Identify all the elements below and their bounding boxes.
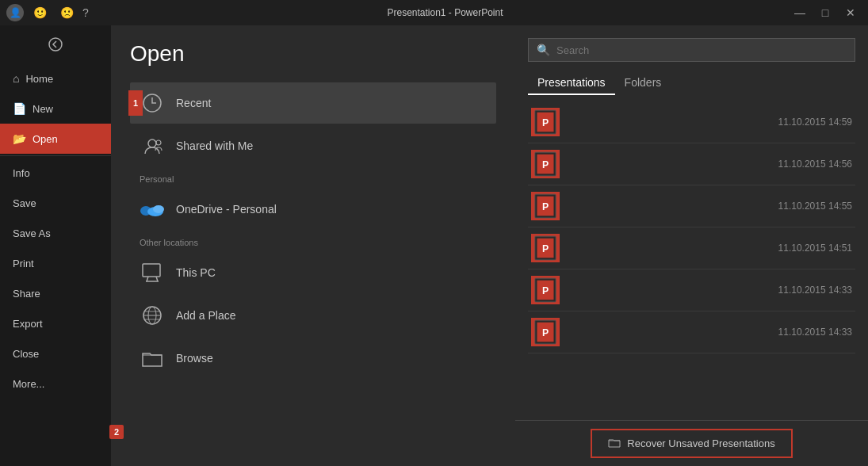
file-list: P 11.10.2015 14:59 P <box>515 101 868 420</box>
file-date: 11.10.2015 14:59 <box>778 116 852 128</box>
svg-line-8 <box>147 277 148 281</box>
badge-1: 1 <box>128 90 143 116</box>
recover-button[interactable]: Recover Unsaved Presentations <box>591 429 792 458</box>
sidebar-item-export[interactable]: Export <box>0 308 111 338</box>
file-icon: P <box>531 276 560 304</box>
recover-icon <box>608 437 621 450</box>
main-layout: ⌂ Home 📄 New 📂 Open Info Save Save As Pr… <box>0 25 868 466</box>
search-bar: 🔍 <box>528 38 855 62</box>
addplace-icon <box>140 303 165 328</box>
file-date: 11.10.2015 14:56 <box>778 159 852 170</box>
right-panel: 🔍 Presentations Folders <box>515 25 868 466</box>
location-browse[interactable]: Browse <box>130 338 496 379</box>
feedback-button[interactable]: 🙁 <box>55 4 78 21</box>
file-icon: P <box>531 318 560 346</box>
section-other: Other locations <box>130 231 496 250</box>
svg-line-9 <box>156 277 158 281</box>
file-icon: P <box>531 192 560 220</box>
help-button[interactable]: ? <box>82 6 89 19</box>
browse-icon <box>140 346 165 371</box>
svg-text:P: P <box>542 159 549 170</box>
file-icon: P <box>531 234 560 262</box>
sidebar-item-home[interactable]: ⌂ Home <box>0 63 111 94</box>
sidebar-item-close[interactable]: Close <box>0 338 111 369</box>
back-button[interactable] <box>0 25 111 63</box>
tab-folders[interactable]: Folders <box>615 71 671 95</box>
file-item[interactable]: P 11.10.2015 14:56 <box>528 143 855 185</box>
location-shared[interactable]: Shared with Me <box>130 125 496 166</box>
file-item[interactable]: P 11.10.2015 14:51 <box>528 227 855 269</box>
section-personal: Personal <box>130 168 496 187</box>
file-item[interactable]: P 11.10.2015 14:59 <box>528 101 855 143</box>
location-thispc[interactable]: This PC <box>130 252 496 293</box>
sidebar-item-new[interactable]: 📄 New <box>0 94 111 124</box>
file-icon: P <box>531 150 560 178</box>
content-area: Open Recent 1 <box>111 25 868 466</box>
svg-point-2 <box>148 139 156 147</box>
recent-icon <box>140 90 165 116</box>
location-recent[interactable]: Recent 1 <box>130 82 496 124</box>
file-item[interactable]: P 11.10.2015 14:33 <box>528 269 855 311</box>
minimize-button[interactable]: — <box>789 4 811 21</box>
file-date: 11.10.2015 14:55 <box>778 201 852 212</box>
search-input[interactable] <box>556 44 847 56</box>
svg-text:P: P <box>542 243 549 254</box>
search-icon: 🔍 <box>537 44 550 56</box>
location-addplace[interactable]: Add a Place <box>130 295 496 336</box>
svg-point-6 <box>153 205 164 213</box>
svg-text:P: P <box>542 201 549 212</box>
sidebar-item-open[interactable]: 📂 Open <box>0 124 111 154</box>
user-avatar[interactable]: 👤 <box>6 4 24 21</box>
page-title: Open <box>130 41 496 67</box>
window-title: Presentation1 - PowerPoint <box>101 7 789 18</box>
sidebar-item-save[interactable]: Save <box>0 188 111 218</box>
shared-icon <box>140 133 165 159</box>
file-item[interactable]: P 11.10.2015 14:55 <box>528 185 855 227</box>
sidebar-item-saveas[interactable]: Save As <box>0 218 111 248</box>
svg-point-3 <box>156 140 161 145</box>
sidebar: ⌂ Home 📄 New 📂 Open Info Save Save As Pr… <box>0 25 111 466</box>
sidebar-item-print[interactable]: Print <box>0 248 111 278</box>
thispc-icon <box>140 260 165 285</box>
sidebar-item-share[interactable]: Share <box>0 278 111 308</box>
open-panel: Open Recent 1 <box>111 25 868 466</box>
new-icon: 📄 <box>13 102 26 115</box>
close-button[interactable]: ✕ <box>839 4 862 21</box>
svg-text:P: P <box>542 117 549 128</box>
left-panel: Open Recent 1 <box>111 25 515 466</box>
onedrive-icon <box>140 197 165 222</box>
location-list: Recent 1 Shared wi <box>130 82 496 379</box>
svg-rect-7 <box>143 264 160 277</box>
svg-point-0 <box>49 38 62 51</box>
svg-text:P: P <box>542 285 549 296</box>
sidebar-item-more[interactable]: More... <box>0 369 111 399</box>
file-item[interactable]: P 11.10.2015 14:33 <box>528 311 855 353</box>
file-date: 11.10.2015 14:33 <box>778 285 852 296</box>
file-icon: P <box>531 108 560 136</box>
svg-text:P: P <box>542 327 549 338</box>
sidebar-item-info[interactable]: Info <box>0 158 111 188</box>
location-onedrive[interactable]: OneDrive - Personal <box>130 189 496 230</box>
file-date: 11.10.2015 14:33 <box>778 327 852 338</box>
tabs: Presentations Folders <box>515 71 868 95</box>
title-bar: 👤 🙂 🙁 ? Presentation1 - PowerPoint — □ ✕ <box>0 0 868 25</box>
home-icon: ⌂ <box>13 72 19 85</box>
maximize-button[interactable]: □ <box>814 4 836 21</box>
recover-bar: Recover Unsaved Presentations <box>515 420 868 466</box>
badge-2: 2 <box>111 425 124 439</box>
sidebar-divider <box>0 155 111 156</box>
open-icon: 📂 <box>13 132 26 145</box>
emoji-button[interactable]: 🙂 <box>29 4 51 21</box>
tab-presentations[interactable]: Presentations <box>528 71 615 95</box>
file-date: 11.10.2015 14:51 <box>778 243 852 254</box>
